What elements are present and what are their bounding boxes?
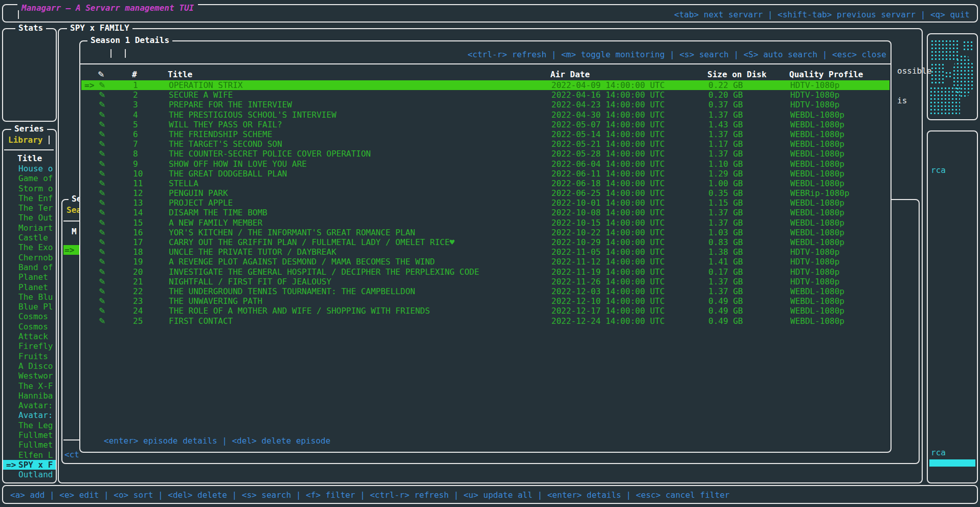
series-list-item[interactable]: Blue Pl xyxy=(3,302,56,312)
series-list-item[interactable]: Castle xyxy=(3,233,56,243)
episode-row[interactable]: ✎ 24 THE ROLE OF A MOTHER AND WIFE / SHO… xyxy=(81,306,889,316)
popup-tab[interactable] xyxy=(104,49,118,58)
episode-row[interactable]: ✎ 13 PROJECT APPLE 2022-10-01 14:00:00 U… xyxy=(81,198,889,208)
episode-number: 1 xyxy=(133,80,138,90)
episode-quality: WEBDL-1080p xyxy=(790,159,844,169)
episode-row[interactable]: ✎ 25 FIRST CONTACT 2022-12-24 14:00:00 U… xyxy=(81,316,889,326)
series-list-item[interactable]: Westwor xyxy=(3,371,56,381)
series-list-item[interactable]: Outland xyxy=(3,470,56,479)
series-list-item[interactable]: Storm o xyxy=(3,184,56,193)
series-list-item[interactable]: Avatar: xyxy=(3,401,56,410)
episode-title: THE UNDERGROUND TENNIS TOURNAMENT: THE C… xyxy=(169,286,415,296)
episode-air-date: 2022-04-09 14:00:00 UTC xyxy=(551,80,665,90)
series-list-item[interactable]: The X-F xyxy=(3,381,56,391)
series-logo-art xyxy=(930,63,944,85)
series-list-item[interactable]: Fullmet xyxy=(3,430,56,440)
episode-row[interactable]: ✎ 22 THE UNDERGROUND TENNIS TOURNAMENT: … xyxy=(81,286,889,296)
monitored-column-icon: ✎ xyxy=(98,70,104,79)
series-title: Hanniba xyxy=(18,391,53,401)
episode-air-date: 2022-12-24 14:00:00 UTC xyxy=(551,316,665,326)
series-list-item[interactable]: Game of xyxy=(3,173,56,183)
series-list-item[interactable]: The Out xyxy=(3,213,56,223)
popup-title: Season 1 Details xyxy=(87,35,172,45)
episode-row[interactable]: ✎ 11 STELLA 2022-06-18 14:00:00 UTC 1.00… xyxy=(81,179,889,188)
episode-size: 1.37 GB xyxy=(708,277,743,286)
episode-number: 11 xyxy=(133,179,143,188)
episode-row[interactable]: ✎ 2 SECURE A WIFE 2022-04-16 14:00:00 UT… xyxy=(81,90,889,100)
episode-row[interactable]: ✎ 3 PREPARE FOR THE INTERVIEW 2022-04-23… xyxy=(81,100,889,109)
episode-size: 1.37 GB xyxy=(708,129,743,139)
episode-size: 1.41 GB xyxy=(708,257,743,267)
series-list-item[interactable]: Fullmet xyxy=(3,440,56,450)
series-list-item[interactable]: Cosmos xyxy=(3,312,56,321)
series-list-item[interactable]: Hanniba xyxy=(3,391,56,401)
monitored-icon: ✎ xyxy=(99,169,105,179)
series-list-item[interactable]: The Ter xyxy=(3,203,56,213)
series-list-item[interactable]: A Disco xyxy=(3,361,56,371)
episode-title: THE COUNTER-SECRET POLICE COVER OPERATIO… xyxy=(169,149,371,159)
episode-air-date: 2022-12-10 14:00:00 UTC xyxy=(551,296,665,306)
series-title: Moriart xyxy=(18,223,53,233)
episode-title: DISARM THE TIME BOMB xyxy=(169,208,268,217)
episode-title: UNCLE THE PRIVATE TUTOR / DAYBREAK xyxy=(169,247,337,257)
series-list-item[interactable]: The Enf xyxy=(3,193,56,203)
episode-row[interactable]: ✎ 7 THE TARGET'S SECOND SON 2022-05-21 1… xyxy=(81,139,889,149)
episode-air-date: 2022-06-11 14:00:00 UTC xyxy=(551,169,665,179)
series-list-item[interactable]: Elfen L xyxy=(3,450,56,460)
series-list-item[interactable]: The Leg xyxy=(3,421,56,430)
series-list-item[interactable]: => SPY x F xyxy=(3,460,56,470)
episode-row[interactable]: => ✎ 1 OPERATION STRIX 2022-04-09 14:00:… xyxy=(81,80,889,90)
episode-air-date: 2022-10-08 14:00:00 UTC xyxy=(551,208,665,217)
episode-row[interactable]: ✎ 18 UNCLE THE PRIVATE TUTOR / DAYBREAK … xyxy=(81,247,889,257)
tab-library[interactable]: Library xyxy=(8,135,50,145)
episode-quality: WEBDL-1080p xyxy=(790,316,844,326)
series-list-item[interactable]: Planet xyxy=(3,272,56,282)
episode-number: 9 xyxy=(133,159,138,169)
episode-air-date: 2022-04-23 14:00:00 UTC xyxy=(551,100,665,109)
seasons-column-header: M xyxy=(72,227,77,236)
episode-row[interactable]: ✎ 20 INVESTIGATE THE GENERAL HOSPITAL / … xyxy=(81,267,889,277)
series-list-item[interactable]: Moriart xyxy=(3,223,56,233)
series-list-item[interactable]: The Blu xyxy=(3,292,56,302)
episode-size: 0.49 GB xyxy=(708,316,743,326)
series-list-item[interactable]: House o xyxy=(3,164,56,173)
series-list-item[interactable]: Attack xyxy=(3,332,56,341)
episode-row[interactable]: ✎ 23 THE UNWAVERING PATH 2022-12-10 14:0… xyxy=(81,296,889,306)
episode-row[interactable]: ✎ 12 PENGUIN PARK 2022-06-25 14:00:00 UT… xyxy=(81,188,889,198)
series-list-item[interactable]: Fruits xyxy=(3,351,56,361)
monitored-icon: ✎ xyxy=(99,296,105,306)
series-list-item[interactable]: Band of xyxy=(3,262,56,272)
episode-row[interactable]: ✎ 4 THE PRESTIGIOUS SCHOOL'S INTERVIEW 2… xyxy=(81,110,889,120)
column-header-air-date: Air Date xyxy=(550,70,590,79)
episode-row[interactable]: ✎ 19 A REVENGE PLOT AGAINST DESMOND / MA… xyxy=(81,257,889,267)
episode-title: WILL THEY PASS OR FAIL? xyxy=(169,120,282,129)
episode-row[interactable]: ✎ 21 NIGHTFALL / FIRST FIT OF JEALOUSY 2… xyxy=(81,277,889,286)
episode-row[interactable]: ✎ 5 WILL THEY PASS OR FAIL? 2022-05-07 1… xyxy=(81,120,889,129)
servarr-tab[interactable] xyxy=(11,10,26,19)
episode-air-date: 2022-10-01 14:00:00 UTC xyxy=(551,198,665,208)
series-list-item[interactable]: Cosmos xyxy=(3,322,56,332)
episode-row[interactable]: ✎ 9 SHOW OFF HOW IN LOVE YOU ARE 2022-06… xyxy=(81,159,889,169)
episode-title: A REVENGE PLOT AGAINST DESMOND / MAMA BE… xyxy=(169,257,435,267)
selection-arrow: => xyxy=(6,460,16,470)
tab-separator xyxy=(49,136,50,144)
series-list-item[interactable]: Firefly xyxy=(3,341,56,351)
episode-row[interactable]: ✎ 16 YOR'S KITCHEN / THE INFORMANT'S GRE… xyxy=(81,228,889,237)
popup-keybinds: <ctrl-r> refresh | <m> toggle monitoring… xyxy=(467,50,886,59)
episode-row[interactable]: ✎ 15 A NEW FAMILY MEMBER 2022-10-15 14:0… xyxy=(81,218,889,228)
episode-row[interactable]: ✎ 6 THE FRIENDSHIP SCHEME 2022-05-14 14:… xyxy=(81,129,889,139)
episode-quality: HDTV-1080p xyxy=(790,257,839,267)
episode-row[interactable]: ✎ 14 DISARM THE TIME BOMB 2022-10-08 14:… xyxy=(81,208,889,217)
episode-row[interactable]: ✎ 8 THE COUNTER-SECRET POLICE COVER OPER… xyxy=(81,149,889,159)
episode-row[interactable]: ✎ 10 THE GREAT DODGEBALL PLAN 2022-06-11… xyxy=(81,169,889,179)
episode-air-date: 2022-10-29 14:00:00 UTC xyxy=(551,237,665,247)
episode-row[interactable]: ✎ 17 CARRY OUT THE GRIFFIN PLAN / FULLME… xyxy=(81,237,889,247)
monitored-icon: ✎ xyxy=(99,159,105,169)
series-list-item[interactable]: Planet xyxy=(3,282,56,292)
monitored-icon: ✎ xyxy=(99,228,105,237)
series-list-item[interactable]: Chernob xyxy=(3,253,56,262)
column-header-number: # xyxy=(132,70,137,79)
series-list-item[interactable]: The Exo xyxy=(3,243,56,252)
series-list-item[interactable]: Avatar: xyxy=(3,410,56,420)
popup-tab[interactable] xyxy=(118,49,132,58)
